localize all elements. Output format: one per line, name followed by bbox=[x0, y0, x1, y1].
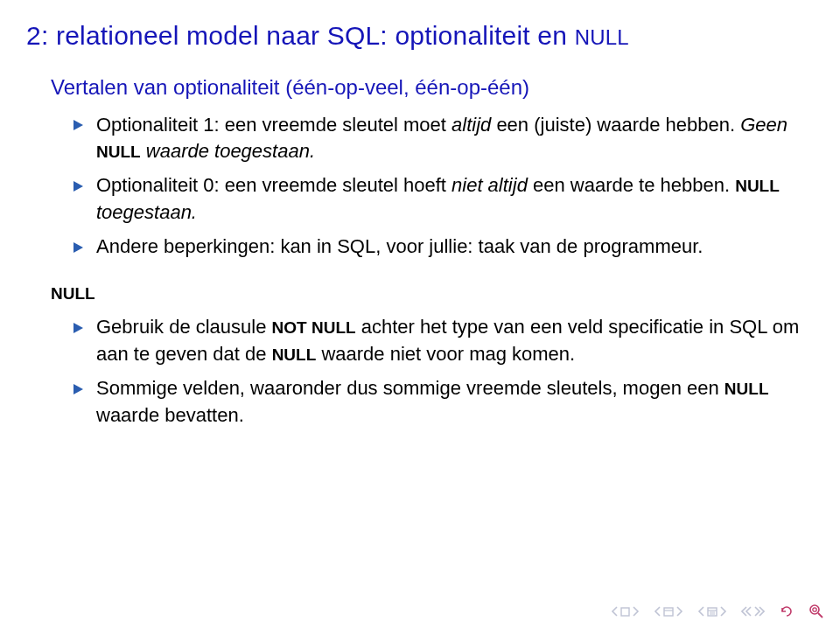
text: waarde bevatten. bbox=[96, 404, 244, 426]
keyword-null: NULL bbox=[96, 143, 141, 161]
text: een waarde te hebben. bbox=[528, 174, 735, 196]
nav-prev-slide[interactable] bbox=[697, 606, 727, 617]
keyword-not-null: NOT NULL bbox=[272, 318, 356, 337]
subheading: Vertalen van optionaliteit (één-op-veel,… bbox=[51, 75, 814, 100]
em-text: Geen bbox=[740, 114, 788, 136]
em-text: altijd bbox=[452, 114, 491, 136]
box-icon bbox=[620, 607, 630, 617]
chevron-left-icon bbox=[654, 606, 661, 617]
chevron-right-double-icon bbox=[754, 606, 765, 617]
list-item: Optionaliteit 1: een vreemde sleutel moe… bbox=[74, 112, 814, 166]
keyword-null: NULL bbox=[735, 177, 780, 195]
keyword-null: NULL bbox=[724, 380, 769, 398]
list-item: Sommige velden, waaronder dus sommige vr… bbox=[74, 375, 814, 429]
text: een (juiste) waarde hebben. bbox=[491, 114, 740, 136]
slide-title: 2: relationeel model naar SQL: optionali… bbox=[26, 19, 814, 52]
svg-line-9 bbox=[818, 613, 822, 618]
svg-point-7 bbox=[810, 605, 819, 614]
nav-footer bbox=[611, 604, 824, 619]
chevron-left-icon bbox=[697, 606, 704, 617]
em-text: niet altijd bbox=[452, 174, 528, 196]
text: waarde niet voor mag komen. bbox=[316, 343, 575, 365]
chevron-left-double-icon bbox=[741, 606, 752, 617]
list-item: Optionaliteit 0: een vreemde sleutel hoe… bbox=[74, 172, 814, 227]
chevron-left-icon bbox=[611, 606, 618, 617]
slide-icon bbox=[707, 607, 718, 617]
nav-prev-section[interactable] bbox=[654, 606, 683, 617]
svg-point-8 bbox=[813, 608, 816, 611]
undo-icon[interactable] bbox=[779, 605, 794, 618]
text: Sommige velden, waaronder dus sommige vr… bbox=[96, 377, 724, 399]
nav-first-group[interactable] bbox=[611, 606, 640, 617]
text: Optionaliteit 1: een vreemde sleutel moe… bbox=[96, 114, 452, 136]
text: Andere beperkingen: kan in SQL, voor jul… bbox=[96, 235, 703, 257]
em-text: waarde toegestaan. bbox=[141, 140, 315, 162]
title-text: 2: relationeel model naar SQL: optionali… bbox=[26, 21, 575, 50]
chevron-right-icon bbox=[633, 606, 640, 617]
slide-body: 2: relationeel model naar SQL: optionali… bbox=[0, 0, 840, 429]
em-text: toegestaan. bbox=[96, 201, 197, 223]
bullet-list-1: Optionaliteit 1: een vreemde sleutel moe… bbox=[74, 112, 814, 261]
null-heading: NULL bbox=[51, 284, 814, 304]
bullet-list-2: Gebruik de clausule NOT NULL achter het … bbox=[74, 314, 814, 429]
text: Optionaliteit 0: een vreemde sleutel hoe… bbox=[96, 174, 452, 196]
chevron-right-icon bbox=[676, 606, 683, 617]
svg-rect-0 bbox=[621, 608, 629, 616]
svg-rect-1 bbox=[664, 608, 673, 616]
keyword-null: NULL bbox=[272, 345, 317, 364]
title-null: NULL bbox=[575, 25, 629, 49]
chevron-right-icon bbox=[720, 606, 727, 617]
search-spiral-icon[interactable] bbox=[808, 604, 824, 619]
text: Gebruik de clausule bbox=[96, 316, 272, 338]
list-item: Gebruik de clausule NOT NULL achter het … bbox=[74, 314, 814, 368]
list-item: Andere beperkingen: kan in SQL, voor jul… bbox=[74, 234, 814, 261]
nav-back-forward[interactable] bbox=[741, 606, 765, 617]
section-icon bbox=[663, 607, 674, 617]
